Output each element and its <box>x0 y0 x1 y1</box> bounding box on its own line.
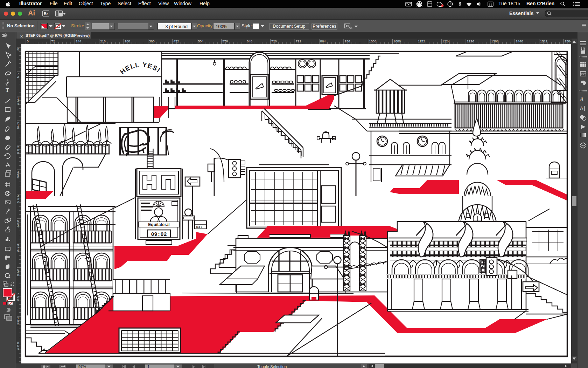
svg-text:T: T <box>6 87 9 93</box>
svg-text:Equilateral: Equilateral <box>148 222 169 227</box>
svg-text:Toggle Selection: Toggle Selection <box>257 364 287 368</box>
svg-text:09:02: 09:02 <box>151 232 167 238</box>
svg-text:ooo x: ooo x <box>196 226 202 228</box>
svg-text:1368: 1368 <box>491 39 499 43</box>
svg-text:0: 0 <box>17 298 19 301</box>
svg-text:0: 0 <box>27 39 29 43</box>
svg-text:720: 720 <box>271 39 277 43</box>
svg-text:216: 216 <box>100 39 106 43</box>
svg-text:A: A <box>580 105 583 111</box>
svg-text:4: 4 <box>17 102 19 105</box>
svg-text:360: 360 <box>149 39 155 43</box>
svg-text:288: 288 <box>125 39 130 43</box>
svg-text:97%: 97% <box>78 364 86 368</box>
svg-text:2: 2 <box>17 75 19 79</box>
svg-text:4: 4 <box>17 224 19 228</box>
svg-text:0: 0 <box>17 175 19 179</box>
svg-text:6: 6 <box>17 126 19 130</box>
svg-text:6: 6 <box>17 248 19 252</box>
svg-text:1512: 1512 <box>540 39 547 43</box>
svg-text:1080: 1080 <box>393 39 401 43</box>
svg-text:648: 648 <box>247 39 252 43</box>
svg-text:8: 8 <box>17 151 19 155</box>
svg-text:1440: 1440 <box>516 39 523 43</box>
svg-text:144: 144 <box>76 39 81 43</box>
svg-text:1296: 1296 <box>467 39 474 43</box>
svg-text:1152: 1152 <box>418 39 425 43</box>
svg-text:8: 8 <box>17 273 19 277</box>
svg-text:504: 504 <box>198 39 203 43</box>
svg-text:1224: 1224 <box>442 39 450 43</box>
svg-text:0: 0 <box>17 47 19 51</box>
svg-text:A: A <box>580 96 583 102</box>
svg-text:576: 576 <box>222 39 228 43</box>
svg-text:1: 1 <box>147 364 149 368</box>
svg-text:1008: 1008 <box>369 39 376 43</box>
svg-text:2: 2 <box>17 200 19 204</box>
svg-text:792: 792 <box>296 39 301 43</box>
svg-text:4: 4 <box>17 347 19 350</box>
svg-text:2: 2 <box>17 322 19 326</box>
svg-text:936: 936 <box>344 39 350 43</box>
svg-text:864: 864 <box>320 39 326 43</box>
svg-text:432: 432 <box>174 39 179 43</box>
